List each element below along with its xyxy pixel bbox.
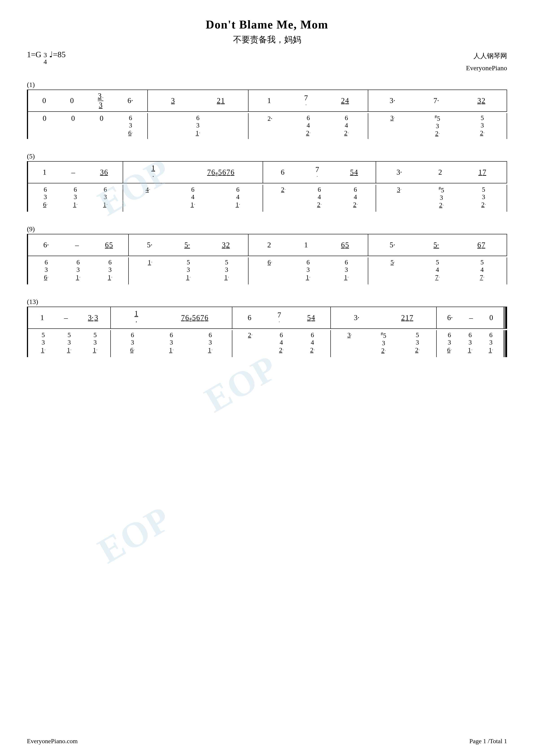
chord: 64 2· [353,186,358,208]
note: 3 [171,96,175,105]
note: 0 [42,96,46,105]
key-label: 1=G [27,50,41,59]
chord: 63 1· [73,186,78,208]
note-group: 5 4 [350,168,358,176]
note: 1· [135,309,139,326]
note-group: 2 1 [217,96,225,105]
note: – [64,313,68,322]
chord: 53 1· [93,331,97,354]
time-signature: 3 4 [43,52,47,65]
chord: 54 7· [480,258,484,281]
chord: 64 2· [317,186,321,208]
section-4: (13) 1 – 3· 3 1· [27,298,507,357]
note-group: 5 4 [307,313,315,322]
chord: #53 2· [381,331,386,354]
title-section: Don't Blame Me, Mom 不要责备我，妈妈 [27,18,507,45]
chord: #532· [435,114,440,137]
note-group: 2 1 7 [401,313,413,322]
note: 1 [40,313,44,322]
note-group: 6 5 [105,241,113,249]
footer-right: Page 1 /Total 1 [470,738,507,745]
chord: 63 1· [195,114,200,137]
note: 1 [43,168,47,177]
footer-left: EveryonePiano.com [27,738,78,745]
note: – [71,168,75,177]
page: EOP EOP EOP Don't Blame Me, Mom 不要责备我，妈妈… [0,0,534,756]
note: 0 [489,313,493,322]
sub-title: 不要责备我，妈妈 [27,34,507,45]
note: 2 [439,168,442,176]
chord: 3· [390,114,395,122]
chord: 63 1· [489,331,493,354]
note-group: 7 6 # 5 6 7 6 [181,313,208,322]
chord: 63 1· [306,258,310,281]
watermark2: EOP [198,347,285,421]
note: 6· [128,96,133,105]
chord: 3· [347,331,352,339]
chord: 64 2· [310,331,315,354]
note-group: 6 5 [341,241,349,249]
section-label-4: (13) [27,298,507,306]
chord: 53 1· [41,331,45,354]
note-group: 3 2 [222,241,230,249]
chord: 63 6· [43,186,48,208]
note: 3· [396,168,402,177]
note: 5· [434,241,439,249]
chord: 63 6· [44,258,48,281]
note: 1 [267,96,271,105]
source1: 人人钢琴网 [466,50,507,62]
source-info: 人人钢琴网 EveryonePiano [466,50,507,74]
chord: 63 1· [344,258,348,281]
chord: 63 1· [108,258,113,281]
note: 6· [447,313,453,322]
note: 5· [147,241,153,249]
chord: 63 1· [169,331,174,354]
note: 6 [281,168,285,177]
chord: 63 6· [447,331,452,354]
note-group: 3 6 [100,168,108,176]
note: 7· [434,96,439,105]
watermark3: EOP [91,498,178,572]
note: 7· [304,94,308,108]
final-barline [504,307,507,328]
note: 0 [43,114,46,123]
chord: 64 1· [236,186,240,208]
note-group: 6 7 [477,241,485,249]
chord: 53 1· [224,258,229,281]
header-row: 1=G 3 4 ♩=85 人人钢琴网 EveryonePiano [27,50,507,74]
section-3: (9) 6· – 6 5 5· 5· 3 2 [27,225,507,284]
section-label-3: (9) [27,225,507,233]
chord: 63 1· [76,258,80,281]
chord: 53 1· [186,258,191,281]
note: 1 [304,241,308,249]
time-top: 3 [43,52,47,58]
chord: 2· [248,331,253,339]
note-group: 7 6 # 5 6 7 6 [207,168,234,176]
note: 1· [151,164,155,181]
main-title: Don't Blame Me, Mom [27,18,507,31]
tempo-label: ♩=85 [49,50,65,59]
chord: 63 6· [128,114,133,137]
chord: 5· [391,258,395,266]
footer: EveryonePiano.com Page 1 /Total 1 [27,738,507,745]
note: 7· [277,311,281,325]
chord: 53 2· [481,186,486,208]
section-1: (1) 0 0 3· 3 6· [27,81,507,139]
note: 0 [70,96,74,105]
note: 3· [390,96,395,105]
chord: 642· [306,114,311,137]
note-group: 5· [184,241,190,249]
final-barline-bass [504,330,507,357]
chord: 3· [397,186,401,193]
section-2: (5) 1 – 3 6 1· 7 6 # [27,152,507,212]
chord: 63 1· [103,186,108,208]
time-bottom: 4 [43,58,47,65]
note: 0 [100,114,104,123]
chord: 53 2· [415,331,420,354]
note: 3· 3 [98,92,103,110]
note: 3· [354,313,360,322]
note: 0 [71,114,75,123]
section-label-1: (1) [27,81,507,89]
chord: 2· [281,186,286,193]
note: 7· [315,165,319,179]
